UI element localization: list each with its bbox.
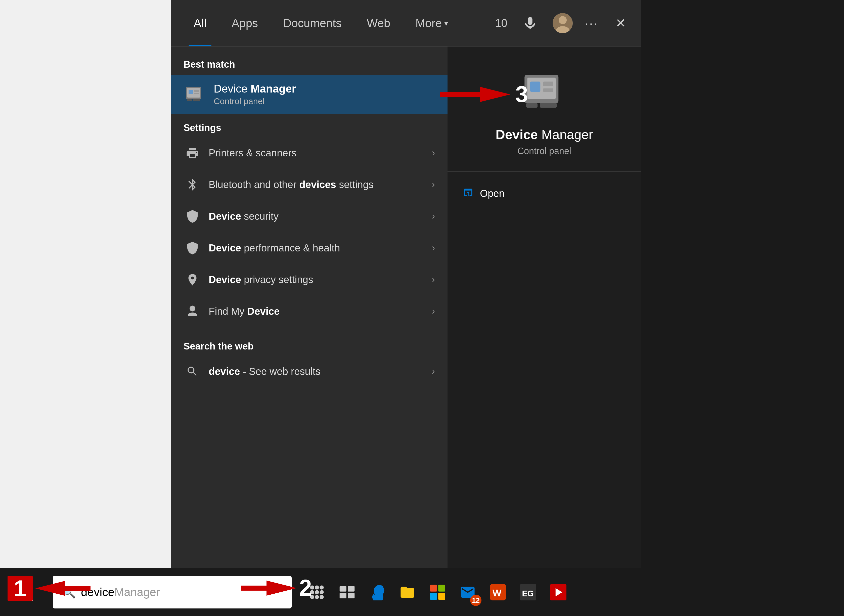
avatar[interactable] bbox=[552, 13, 573, 33]
svg-rect-30 bbox=[348, 593, 355, 598]
chevron-right-icon-sec: › bbox=[432, 211, 435, 221]
annotation-arrow-3: 3 bbox=[440, 81, 528, 107]
chevron-right-icon-fmd: › bbox=[432, 306, 435, 317]
tab-more[interactable]: More ▾ bbox=[403, 0, 461, 46]
chevron-right-icon-bt: › bbox=[432, 179, 435, 190]
web-search-section: Search the web device - See web results … bbox=[171, 332, 447, 392]
svg-rect-7 bbox=[194, 93, 199, 94]
search-web-icon bbox=[183, 362, 201, 380]
more-options-button[interactable]: ··· bbox=[583, 14, 600, 32]
red-arrow-3 bbox=[440, 84, 510, 104]
bluetooth-icon bbox=[183, 176, 201, 194]
results-area: Best match Device bbox=[171, 47, 641, 568]
results-list: Best match Device bbox=[171, 47, 447, 568]
best-match-text: Device Manager Control panel bbox=[214, 82, 435, 106]
preview-open-button[interactable]: Open bbox=[447, 182, 641, 205]
task-switch-button[interactable] bbox=[334, 579, 359, 605]
result-count: 10 bbox=[495, 17, 507, 29]
tabs-bar: All Apps Documents Web More ▾ 10 bbox=[171, 0, 641, 47]
settings-item-security[interactable]: Device security › bbox=[171, 200, 447, 232]
preview-open-label: Open bbox=[480, 188, 505, 199]
svg-rect-17 bbox=[540, 103, 557, 108]
mail-button[interactable]: 12 bbox=[455, 579, 480, 605]
red-arrow-1 bbox=[35, 578, 91, 598]
preview-title: Device Manager bbox=[495, 127, 593, 142]
printer-icon bbox=[183, 144, 201, 162]
web-search-item[interactable]: device - See web results › bbox=[171, 355, 447, 387]
mail-badge: 12 bbox=[470, 595, 481, 606]
preview-panel: Device Manager Control panel Open bbox=[447, 47, 641, 568]
svg-rect-31 bbox=[430, 585, 437, 591]
settings-item-bluetooth[interactable]: Bluetooth and other devices settings › bbox=[171, 169, 447, 200]
shield-icon bbox=[183, 207, 201, 225]
tab-all[interactable]: All bbox=[181, 0, 219, 46]
svg-rect-27 bbox=[339, 586, 346, 592]
settings-item-printers-label: Printers & scanners bbox=[209, 147, 424, 158]
microphone-button[interactable] bbox=[517, 10, 542, 36]
best-match-subtitle: Control panel bbox=[214, 96, 435, 106]
svg-marker-42 bbox=[241, 581, 297, 595]
office-button[interactable]: W bbox=[485, 579, 510, 605]
close-button[interactable]: ✕ bbox=[610, 13, 631, 33]
chevron-right-icon-perf: › bbox=[432, 243, 435, 253]
svg-text:W: W bbox=[492, 588, 501, 598]
settings-item-findmydevice[interactable]: Find My Device › bbox=[171, 295, 447, 327]
svg-rect-15 bbox=[543, 88, 554, 92]
settings-item-security-label: Device security bbox=[209, 211, 424, 222]
search-panel: All Apps Documents Web More ▾ 10 bbox=[171, 0, 641, 568]
number-2-badge: 2 bbox=[299, 575, 312, 601]
settings-item-privacy[interactable]: Device privacy settings › bbox=[171, 264, 447, 295]
annotation-2-group: 2 bbox=[241, 575, 312, 601]
svg-rect-29 bbox=[339, 593, 346, 598]
tab-apps[interactable]: Apps bbox=[219, 0, 271, 46]
settings-item-printers[interactable]: Printers & scanners › bbox=[171, 137, 447, 169]
tab-documents[interactable]: Documents bbox=[271, 0, 354, 46]
file-explorer-button[interactable] bbox=[395, 579, 420, 605]
tab-web[interactable]: Web bbox=[354, 0, 403, 46]
svg-rect-8 bbox=[187, 99, 192, 101]
settings-item-privacy-label: Device privacy settings bbox=[209, 274, 424, 285]
svg-marker-10 bbox=[440, 87, 510, 102]
svg-marker-41 bbox=[35, 581, 91, 596]
svg-rect-34 bbox=[438, 593, 445, 600]
epic-games-button[interactable]: EG bbox=[516, 579, 541, 605]
edge-browser-button[interactable] bbox=[365, 579, 390, 605]
best-match-title: Device Manager bbox=[214, 82, 435, 95]
chevron-right-icon-priv: › bbox=[432, 274, 435, 285]
svg-rect-32 bbox=[438, 585, 445, 591]
preview-divider bbox=[447, 172, 641, 172]
settings-item-performance-label: Device performance & health bbox=[209, 242, 424, 254]
open-window-icon bbox=[463, 187, 474, 200]
game-button[interactable] bbox=[545, 579, 571, 605]
svg-rect-6 bbox=[194, 90, 199, 92]
find-device-icon bbox=[183, 302, 201, 320]
settings-section-header: Settings bbox=[171, 119, 447, 137]
best-match-device-manager[interactable]: Device Manager Control panel 3 bbox=[171, 75, 447, 114]
web-search-header: Search the web bbox=[171, 337, 447, 355]
svg-point-20 bbox=[319, 585, 324, 590]
chevron-right-icon-web: › bbox=[432, 366, 435, 377]
settings-item-performance[interactable]: Device performance & health › bbox=[171, 232, 447, 264]
device-manager-icon bbox=[183, 83, 206, 106]
web-search-label: device - See web results bbox=[209, 366, 424, 377]
best-match-header: Best match bbox=[171, 54, 447, 75]
settings-item-findmydevice-label: Find My Device bbox=[209, 306, 424, 317]
settings-section: Settings Printers & scanners › bbox=[171, 114, 447, 332]
chevron-down-icon: ▾ bbox=[444, 19, 448, 28]
annotation-1-group: 1 bbox=[7, 576, 91, 601]
svg-rect-5 bbox=[189, 90, 193, 94]
red-arrow-2-left bbox=[241, 578, 297, 598]
left-background bbox=[0, 0, 171, 616]
preview-subtitle: Control panel bbox=[517, 146, 571, 156]
chevron-right-icon: › bbox=[432, 148, 435, 158]
taskbar: 🔍 deviceManager bbox=[0, 568, 844, 616]
svg-rect-13 bbox=[530, 82, 541, 92]
svg-point-26 bbox=[319, 595, 324, 599]
svg-rect-28 bbox=[348, 586, 355, 592]
svg-rect-9 bbox=[193, 99, 201, 101]
svg-rect-33 bbox=[430, 593, 437, 600]
svg-point-19 bbox=[315, 585, 319, 590]
taskbar-icons: 12 W EG bbox=[297, 579, 578, 605]
ms-store-button[interactable] bbox=[425, 579, 450, 605]
tabs-right-area: 10 ··· ✕ bbox=[495, 10, 631, 36]
